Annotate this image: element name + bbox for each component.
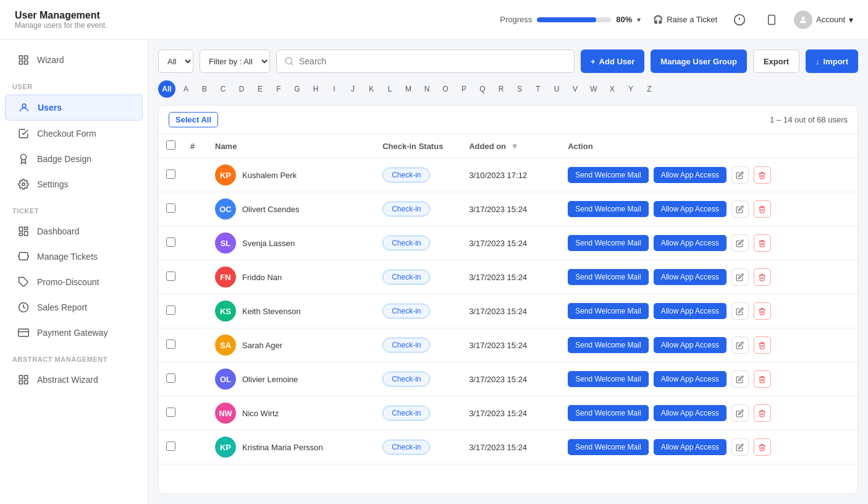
alpha-m[interactable]: M [400, 81, 416, 97]
alpha-u[interactable]: U [549, 81, 565, 97]
delete-button[interactable] [754, 200, 771, 218]
edit-button[interactable] [731, 200, 749, 218]
sidebar-item-payment-gateway[interactable]: Payment Gateway [5, 320, 143, 345]
edit-button[interactable] [731, 166, 749, 184]
send-welcome-mail-button[interactable]: Send Welcome Mail [568, 303, 649, 319]
row-checkbox[interactable] [166, 305, 175, 315]
edit-button[interactable] [731, 336, 749, 354]
alpha-n[interactable]: N [419, 81, 435, 97]
alpha-e[interactable]: E [252, 81, 268, 97]
alpha-q[interactable]: Q [474, 81, 491, 97]
account-menu[interactable]: Account ▾ [794, 11, 853, 29]
export-button[interactable]: Export [753, 49, 799, 73]
allow-app-access-button[interactable]: Allow App Access [654, 371, 727, 387]
delete-button[interactable] [754, 438, 771, 456]
send-welcome-mail-button[interactable]: Send Welcome Mail [568, 405, 649, 421]
alpha-k[interactable]: K [363, 81, 379, 97]
alpha-y[interactable]: Y [623, 81, 639, 97]
alpha-x[interactable]: X [604, 81, 620, 97]
alpha-i[interactable]: I [326, 81, 342, 97]
sidebar-item-checkout-form[interactable]: Checkout Form [5, 121, 143, 146]
info-icon[interactable] [730, 10, 749, 30]
edit-button[interactable] [731, 268, 749, 286]
row-checkbox[interactable] [166, 374, 175, 383]
row-checkbox[interactable] [166, 237, 175, 247]
alpha-b[interactable]: B [196, 81, 213, 97]
sidebar-item-sales-report[interactable]: Sales Report [5, 295, 143, 320]
manage-user-group-button[interactable]: Manage User Group [651, 49, 747, 73]
raise-ticket-button[interactable]: 🎧 Raise a Ticket [653, 15, 717, 24]
alpha-all[interactable]: All [158, 80, 175, 98]
alpha-h[interactable]: H [308, 81, 324, 97]
allow-app-access-button[interactable]: Allow App Access [654, 337, 727, 353]
sidebar-item-badge-design[interactable]: Badge Design [5, 147, 143, 171]
delete-button[interactable] [754, 234, 771, 252]
delete-button[interactable] [754, 166, 771, 184]
allow-app-access-button[interactable]: Allow App Access [654, 405, 727, 421]
alpha-p[interactable]: P [456, 81, 472, 97]
sidebar-item-manage-tickets[interactable]: Manage Tickets [5, 244, 143, 269]
send-welcome-mail-button[interactable]: Send Welcome Mail [568, 337, 649, 353]
allow-app-access-button[interactable]: Allow App Access [654, 235, 727, 251]
alpha-d[interactable]: D [234, 81, 250, 97]
row-checkbox[interactable] [166, 271, 175, 281]
select-all-checkbox[interactable] [166, 140, 175, 150]
add-user-button[interactable]: + Add User [581, 49, 644, 73]
mobile-icon[interactable] [762, 10, 782, 30]
alpha-s[interactable]: S [512, 81, 528, 97]
sidebar-item-users[interactable]: Users [5, 95, 143, 121]
alpha-f[interactable]: F [271, 81, 287, 97]
row-checkbox[interactable] [166, 203, 175, 213]
alpha-t[interactable]: T [530, 81, 546, 97]
alpha-r[interactable]: R [493, 81, 509, 97]
alpha-o[interactable]: O [437, 81, 453, 97]
edit-button[interactable] [731, 438, 749, 456]
delete-button[interactable] [754, 302, 771, 320]
filter-all-select[interactable]: All [158, 49, 193, 73]
sidebar-item-abstract-wizard[interactable]: Abstract Wizard [5, 367, 143, 392]
row-checkbox[interactable] [166, 442, 175, 451]
send-welcome-mail-button[interactable]: Send Welcome Mail [568, 167, 649, 183]
edit-button[interactable] [731, 302, 749, 320]
row-checkbox[interactable] [166, 340, 175, 349]
send-welcome-mail-button[interactable]: Send Welcome Mail [568, 371, 649, 387]
import-button[interactable]: ↓ Import [806, 49, 858, 73]
alpha-a[interactable]: A [178, 81, 194, 97]
delete-button[interactable] [754, 404, 771, 422]
allow-app-access-button[interactable]: Allow App Access [654, 269, 727, 285]
col-header-added[interactable]: Added on ▼ [461, 134, 560, 158]
allow-app-access-button[interactable]: Allow App Access [654, 201, 727, 217]
alpha-c[interactable]: C [215, 81, 231, 97]
sidebar-item-wizard[interactable]: Wizard [5, 48, 143, 72]
alpha-z[interactable]: Z [641, 81, 657, 97]
alpha-j[interactable]: J [345, 81, 361, 97]
edit-button[interactable] [731, 234, 749, 252]
sidebar-item-promo-discount[interactable]: Promo-Discount [5, 270, 143, 294]
filter-by-select[interactable]: Filter by : All [200, 49, 270, 73]
delete-button[interactable] [754, 370, 771, 388]
send-welcome-mail-button[interactable]: Send Welcome Mail [568, 269, 649, 285]
progress-chevron-icon[interactable]: ▾ [637, 15, 641, 24]
alpha-w[interactable]: W [586, 81, 602, 97]
send-welcome-mail-button[interactable]: Send Welcome Mail [568, 439, 649, 455]
alpha-v[interactable]: V [567, 81, 583, 97]
col-header-name[interactable]: Name [208, 134, 375, 158]
allow-app-access-button[interactable]: Allow App Access [654, 303, 727, 319]
send-welcome-mail-button[interactable]: Send Welcome Mail [568, 235, 649, 251]
edit-button[interactable] [731, 404, 749, 422]
allow-app-access-button[interactable]: Allow App Access [654, 439, 727, 455]
row-checkbox[interactable] [166, 169, 175, 179]
alpha-g[interactable]: G [289, 81, 305, 97]
sidebar-item-dashboard[interactable]: Dashboard [5, 219, 143, 244]
search-input[interactable] [299, 56, 567, 66]
alpha-l[interactable]: L [382, 81, 398, 97]
edit-button[interactable] [731, 370, 749, 388]
allow-app-access-button[interactable]: Allow App Access [654, 167, 727, 183]
alphabet-filter: All A B C D E F G H I J K L M N O P Q R … [158, 80, 858, 98]
sidebar-item-settings[interactable]: Settings [5, 172, 143, 197]
delete-button[interactable] [754, 268, 771, 286]
select-all-button[interactable]: Select All [169, 112, 218, 127]
delete-button[interactable] [754, 336, 771, 354]
row-checkbox[interactable] [166, 408, 175, 417]
send-welcome-mail-button[interactable]: Send Welcome Mail [568, 201, 649, 217]
